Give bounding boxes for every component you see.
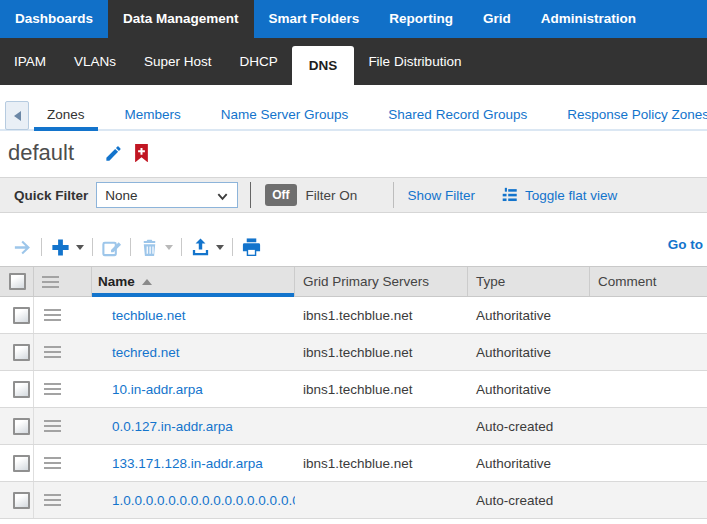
- export-icon[interactable]: [190, 237, 211, 258]
- row-checkbox[interactable]: [13, 455, 30, 472]
- top-navigation: Dashboards Data Management Smart Folders…: [0, 0, 707, 38]
- quick-filter-label: Quick Filter: [14, 188, 88, 203]
- header-row-handle: [34, 267, 92, 296]
- nav-dashboards[interactable]: Dashboards: [0, 0, 108, 38]
- subnav-dhcp[interactable]: DHCP: [226, 38, 292, 85]
- flat-list-icon: [501, 187, 518, 204]
- divider: [393, 182, 394, 208]
- show-filter-link[interactable]: Show Filter: [407, 188, 475, 203]
- add-icon[interactable]: [50, 237, 71, 258]
- subnav-vlans[interactable]: VLANs: [60, 38, 130, 85]
- print-icon[interactable]: [241, 237, 262, 258]
- cell-type: Authoritative: [468, 445, 590, 481]
- sub-navigation: IPAM VLANs Super Host DHCP DNS File Dist…: [0, 38, 707, 85]
- hamburger-icon[interactable]: [44, 306, 61, 324]
- zone-link[interactable]: 1.0.0.0.0.0.0.0.0.0.0.0.0.0.0.0.0....: [112, 493, 295, 508]
- header-grid-primary-servers[interactable]: Grid Primary Servers: [295, 267, 468, 296]
- cell-type: Auto-created: [468, 482, 590, 518]
- subnav-dns[interactable]: DNS: [292, 46, 355, 85]
- delete-menu-caret-icon[interactable]: [165, 245, 173, 250]
- divider: [181, 238, 182, 256]
- edit-pencil-icon[interactable]: [104, 144, 123, 163]
- cell-grid-primary-servers: ibns1.techblue.net: [295, 297, 468, 333]
- tab-shared-record-groups[interactable]: Shared Record Groups: [375, 100, 540, 129]
- header-type[interactable]: Type: [468, 267, 590, 296]
- title-row: default: [8, 138, 150, 168]
- select-all-checkbox[interactable]: [9, 273, 26, 290]
- move-to-icon[interactable]: [12, 237, 33, 258]
- header-select-all: [0, 267, 34, 296]
- nav-reporting[interactable]: Reporting: [374, 0, 468, 38]
- row-checkbox[interactable]: [13, 307, 30, 324]
- table-row: techblue.net ibns1.techblue.net Authorit…: [0, 297, 707, 334]
- tab-zones[interactable]: Zones: [34, 100, 98, 129]
- nav-grid[interactable]: Grid: [468, 0, 526, 38]
- cell-grid-primary-servers: ibns1.techblue.net: [295, 334, 468, 370]
- tabs-scroll-back-button[interactable]: [5, 101, 29, 130]
- zone-link[interactable]: techblue.net: [112, 308, 186, 323]
- go-to-link[interactable]: Go to: [668, 237, 703, 252]
- quick-filter-select[interactable]: None: [96, 182, 238, 208]
- header-comment-label: Comment: [598, 274, 657, 289]
- subnav-file-distribution[interactable]: File Distribution: [354, 38, 475, 85]
- page-title: default: [8, 140, 74, 166]
- subnav-ipam[interactable]: IPAM: [0, 38, 60, 85]
- header-name[interactable]: Name: [92, 267, 295, 296]
- table-row: 0.0.127.in-addr.arpa Auto-created: [0, 408, 707, 445]
- header-type-label: Type: [476, 274, 505, 289]
- cell-type: Authoritative: [468, 297, 590, 333]
- nav-administration[interactable]: Administration: [526, 0, 651, 38]
- zone-link[interactable]: techred.net: [112, 345, 180, 360]
- zone-link[interactable]: 10.in-addr.arpa: [112, 382, 203, 397]
- zone-link[interactable]: 133.171.128.in-addr.arpa: [112, 456, 263, 471]
- header-comment[interactable]: Comment: [590, 267, 707, 296]
- hamburger-icon[interactable]: [44, 454, 61, 472]
- row-checkbox[interactable]: [13, 344, 30, 361]
- cell-grid-primary-servers: [295, 408, 468, 444]
- cell-comment: [590, 297, 707, 333]
- table-toolbar: Go to: [0, 230, 707, 264]
- nav-smart-folders[interactable]: Smart Folders: [254, 0, 375, 38]
- table-header-row: Name Grid Primary Servers Type Comment: [0, 266, 707, 297]
- nav-data-management[interactable]: Data Management: [108, 0, 254, 38]
- filter-on-label: Filter On: [306, 188, 358, 203]
- add-menu-caret-icon[interactable]: [76, 245, 84, 250]
- chevron-down-icon: [216, 189, 229, 202]
- table-row: 10.in-addr.arpa ibns1.techblue.net Autho…: [0, 371, 707, 408]
- row-checkbox[interactable]: [13, 381, 30, 398]
- tab-name-server-groups[interactable]: Name Server Groups: [208, 100, 362, 129]
- hamburger-icon[interactable]: [44, 491, 61, 509]
- divider: [232, 238, 233, 256]
- tab-members[interactable]: Members: [112, 100, 194, 129]
- cell-comment: [590, 408, 707, 444]
- filter-on-toggle[interactable]: Off: [265, 184, 296, 206]
- quick-filter-bar: Quick Filter None Off Filter On Show Fil…: [0, 177, 707, 213]
- row-checkbox[interactable]: [13, 492, 30, 509]
- cell-comment: [590, 445, 707, 481]
- cell-comment: [590, 334, 707, 370]
- zone-link[interactable]: 0.0.127.in-addr.arpa: [112, 419, 233, 434]
- cell-type: Auto-created: [468, 408, 590, 444]
- divider: [92, 238, 93, 256]
- grid-manager-app: Dashboards Data Management Smart Folders…: [0, 0, 707, 524]
- divider: [41, 238, 42, 256]
- edit-icon[interactable]: [101, 237, 122, 258]
- divider: [250, 182, 251, 208]
- hamburger-icon[interactable]: [44, 380, 61, 398]
- header-name-label: Name: [98, 274, 135, 289]
- cell-comment: [590, 371, 707, 407]
- subnav-super-host[interactable]: Super Host: [130, 38, 226, 85]
- tab-response-policy-zones[interactable]: Response Policy Zones: [554, 100, 707, 129]
- hamburger-icon[interactable]: [44, 343, 61, 361]
- table-row: techred.net ibns1.techblue.net Authorita…: [0, 334, 707, 371]
- toggle-flat-view-link[interactable]: Toggle flat view: [501, 187, 617, 204]
- hamburger-icon[interactable]: [44, 417, 61, 435]
- bookmark-add-icon[interactable]: [133, 144, 150, 163]
- row-checkbox[interactable]: [13, 418, 30, 435]
- export-menu-caret-icon[interactable]: [216, 245, 224, 250]
- cell-comment: [590, 482, 707, 518]
- hamburger-icon[interactable]: [42, 273, 59, 291]
- cell-type: Authoritative: [468, 371, 590, 407]
- delete-icon[interactable]: [139, 237, 160, 258]
- sort-ascending-icon: [142, 279, 152, 285]
